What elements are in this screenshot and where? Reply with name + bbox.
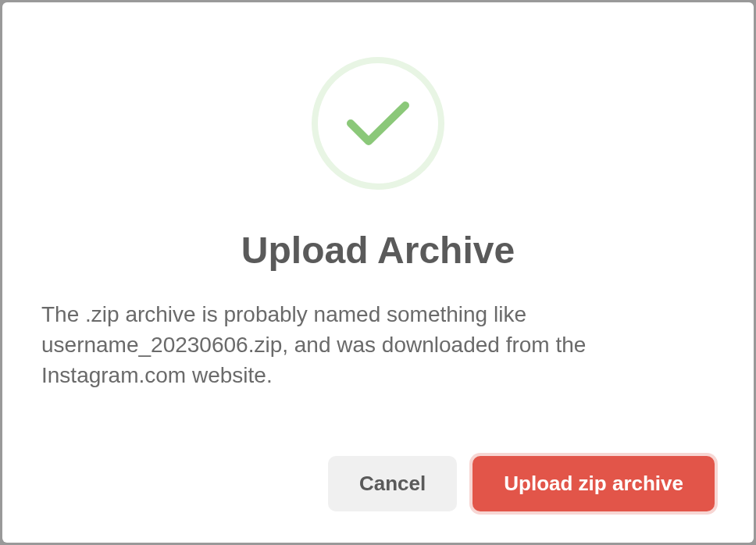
cancel-button[interactable]: Cancel bbox=[328, 456, 457, 511]
upload-zip-archive-button[interactable]: Upload zip archive bbox=[472, 456, 715, 511]
button-row: Cancel Upload zip archive bbox=[41, 456, 715, 511]
checkmark-icon bbox=[343, 96, 413, 151]
icon-container bbox=[41, 57, 715, 190]
dialog-title: Upload Archive bbox=[41, 229, 715, 272]
upload-archive-dialog: Upload Archive The .zip archive is proba… bbox=[2, 2, 754, 543]
success-circle bbox=[312, 57, 444, 190]
dialog-description: The .zip archive is probably named somet… bbox=[41, 299, 715, 433]
